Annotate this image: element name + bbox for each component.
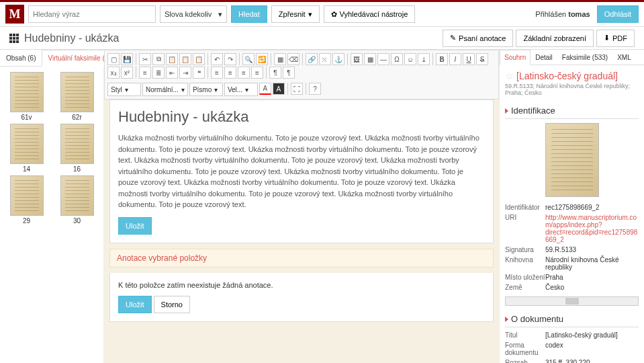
size-select[interactable]: Vel...▾ <box>224 83 258 96</box>
gear-icon: ✿ <box>331 10 337 19</box>
annotate-button[interactable]: ✎Psaní anotace <box>443 30 513 47</box>
left-panel: Obsah (6) Virtuální faksimile (6) 61v 62… <box>0 50 104 363</box>
topbar: M Slova kdekoliv▾ Hledat Zpřesnit ▾ ✿Vyh… <box>0 0 644 27</box>
tab-detail[interactable]: Detail <box>531 50 557 65</box>
find-icon[interactable]: 🔍 <box>242 53 255 65</box>
anchor-icon[interactable]: ⚓ <box>332 53 344 65</box>
annotation-cancel-button[interactable]: Storno <box>154 296 190 313</box>
annotation-header: Anotace vybrané položky <box>109 249 494 268</box>
page-header: Hudebniny - ukázka ✎Psaní anotace Základ… <box>0 27 644 50</box>
hr-icon[interactable]: ― <box>377 53 389 65</box>
thumb-item[interactable]: 61v <box>3 72 50 121</box>
caret-icon <box>505 317 508 322</box>
sup-icon[interactable]: x² <box>121 67 133 79</box>
search-input[interactable] <box>28 5 156 23</box>
underline-icon[interactable]: U <box>463 53 475 65</box>
format-select[interactable]: Normální...▾ <box>142 83 188 96</box>
sub-icon[interactable]: x₂ <box>107 67 120 79</box>
pdf-button[interactable]: ⬇PDF <box>596 30 635 47</box>
save-content-button[interactable]: Uložit <box>118 217 152 235</box>
detail-panel: Souhrn Detail Faksimile (533) XML ☆[Lati… <box>499 50 644 363</box>
redo-icon[interactable]: ↷ <box>224 53 236 65</box>
document-text: Ukázka možnosti tvorby virtuálního dokum… <box>118 132 485 210</box>
manuscript-thumbnail <box>60 124 94 164</box>
paste-word-icon[interactable]: 📋 <box>193 53 205 65</box>
pagebreak-icon[interactable]: ⤓ <box>418 53 430 65</box>
basic-view-button[interactable]: Základní zobrazení <box>516 30 594 47</box>
thumb-item[interactable]: 62r <box>53 72 101 121</box>
paste-text-icon[interactable]: 📋 <box>179 53 191 65</box>
editor-content[interactable]: Hudebniny - ukázka Ukázka možnosti tvorb… <box>109 99 494 243</box>
manuscript-thumbnail <box>60 72 94 112</box>
manuscript-preview[interactable] <box>545 123 599 197</box>
thumbnail-grid: 61v 62r 14 16 29 30 <box>0 67 103 230</box>
textcolor-icon[interactable]: A <box>259 83 271 95</box>
new-icon[interactable]: ▢ <box>107 53 120 65</box>
right-tabs: Souhrn Detail Faksimile (533) XML <box>500 50 644 65</box>
tools-button[interactable]: ✿Vyhledávací nástroje <box>324 5 416 23</box>
star-icon[interactable]: ☆ <box>505 71 514 81</box>
annotation-save-button[interactable]: Uložit <box>118 296 152 313</box>
thumb-item[interactable]: 14 <box>3 124 50 173</box>
help-icon[interactable]: ? <box>309 83 321 95</box>
italic-icon[interactable]: I <box>449 53 461 65</box>
search-button[interactable]: Hledat <box>231 5 267 23</box>
bgcolor-icon[interactable]: A <box>273 83 285 95</box>
style-select[interactable]: Styl▾ <box>107 83 141 96</box>
section-about[interactable]: O dokumentu <box>505 311 639 327</box>
undo-icon[interactable]: ↶ <box>211 53 223 65</box>
pencil-icon: ✎ <box>450 34 456 42</box>
save-icon[interactable]: 💾 <box>121 53 133 65</box>
tab-summary[interactable]: Souhrn <box>500 50 531 65</box>
refine-button[interactable]: Zpřesnit ▾ <box>271 5 320 23</box>
tab-faksimile-count[interactable]: Faksimile (533) <box>557 50 612 65</box>
ltr-icon[interactable]: ¶ <box>269 67 281 79</box>
record-subtitle: 59.R.5133; Národní knihovna České republ… <box>505 83 639 96</box>
horizontal-scrollbar[interactable] <box>505 296 639 306</box>
page-title: Hudebniny - ukázka <box>24 32 119 44</box>
thumb-item[interactable]: 30 <box>53 175 101 225</box>
manuscript-thumbnail <box>10 124 44 164</box>
tab-obsah[interactable]: Obsah (6) <box>0 50 42 66</box>
logout-button[interactable]: Odhlásit <box>597 5 639 23</box>
outdent-icon[interactable]: ⇤ <box>166 67 178 79</box>
copy-icon[interactable]: ⧉ <box>152 53 165 65</box>
align-right-icon[interactable]: ≡ <box>238 67 250 79</box>
selectall-icon[interactable]: ▦ <box>274 53 286 65</box>
maximize-icon[interactable]: ⛶ <box>291 83 303 95</box>
thumb-item[interactable]: 29 <box>3 175 50 225</box>
cut-icon[interactable]: ✂ <box>139 53 151 65</box>
rtl-icon[interactable]: ¶ <box>283 67 295 79</box>
grid-icon <box>9 34 19 43</box>
link-icon[interactable]: 🔗 <box>306 53 318 65</box>
align-justify-icon[interactable]: ≡ <box>251 67 263 79</box>
tab-xml[interactable]: XML <box>612 50 636 65</box>
indent-icon[interactable]: ⇥ <box>179 67 191 79</box>
ul-icon[interactable]: ≣ <box>152 67 165 79</box>
download-icon: ⬇ <box>604 34 610 42</box>
align-left-icon[interactable]: ≡ <box>211 67 223 79</box>
search-scope-select[interactable]: Slova kdekoliv▾ <box>160 5 227 23</box>
clearfmt-icon[interactable]: ⌫ <box>287 53 300 65</box>
manuscript-thumbnail <box>10 72 44 112</box>
font-select[interactable]: Písmo▾ <box>189 83 223 96</box>
ol-icon[interactable]: ≡ <box>139 67 151 79</box>
manuscript-thumbnail <box>60 175 94 216</box>
table-icon[interactable]: ▦ <box>364 53 376 65</box>
align-center-icon[interactable]: ≡ <box>224 67 236 79</box>
paste-icon[interactable]: 📋 <box>166 53 178 65</box>
quote-icon[interactable]: ❝ <box>193 67 205 79</box>
smiley-icon[interactable]: ☺ <box>404 53 416 65</box>
replace-icon[interactable]: 🔁 <box>256 53 268 65</box>
char-icon[interactable]: Ω <box>391 53 403 65</box>
manuscript-thumbnail <box>10 175 44 216</box>
thumb-item[interactable]: 16 <box>53 124 101 173</box>
app-logo[interactable]: M <box>5 5 24 24</box>
strike-icon[interactable]: S <box>476 53 488 65</box>
section-identification[interactable]: Identifikace <box>505 103 639 119</box>
unlink-icon[interactable]: ⛌ <box>319 53 331 65</box>
bold-icon[interactable]: B <box>436 53 448 65</box>
record-title: [Latinsko-český graduál] <box>516 71 618 81</box>
image-icon[interactable]: 🖼 <box>351 53 363 65</box>
uri-link[interactable]: http://www.manuscriptorium.com/apps/inde… <box>545 214 639 243</box>
